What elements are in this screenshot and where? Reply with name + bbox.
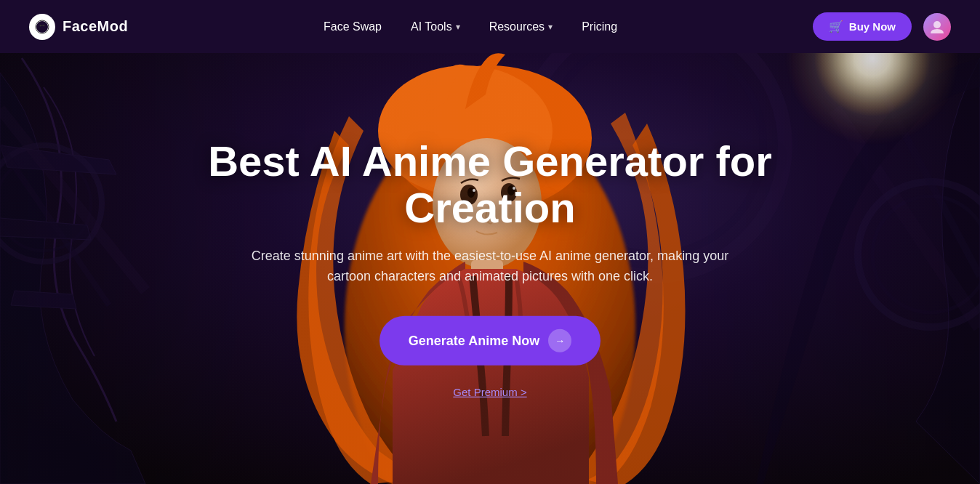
navbar-actions: 🛒 Buy Now [813,12,951,41]
resources-chevron: ▾ [548,22,553,32]
nav-resources[interactable]: Resources ▾ [489,20,553,33]
cart-icon: 🛒 [829,20,843,33]
svg-point-30 [44,25,45,26]
hero-subtitle: Create stunning anime art with the easie… [236,245,744,287]
nav-ai-tools[interactable]: AI Tools ▾ [411,20,460,33]
logo-icon[interactable] [29,14,55,40]
logo-text[interactable]: FaceMod [63,18,128,35]
user-avatar[interactable] [923,13,951,41]
buy-now-button[interactable]: 🛒 Buy Now [813,12,912,41]
navbar-nav: Face Swap AI Tools ▾ Resources ▾ Pricing [324,20,617,33]
svg-point-29 [40,25,41,26]
svg-point-31 [933,21,941,28]
hero-title: Best AI Anime Generator for Creation [163,138,817,231]
nav-face-swap[interactable]: Face Swap [324,20,382,33]
get-premium-link[interactable]: Get Premium > [453,386,526,398]
nav-pricing[interactable]: Pricing [582,20,617,33]
ai-tools-chevron: ▾ [456,22,460,32]
navbar-logo-group: FaceMod [29,14,128,40]
hero-content: Best AI Anime Generator for Creation Cre… [163,138,817,398]
navbar: FaceMod Face Swap AI Tools ▾ Resources ▾… [0,0,980,53]
hero-section: FaceMod Face Swap AI Tools ▾ Resources ▾… [0,0,980,484]
cta-arrow-icon: → [548,329,571,352]
generate-anime-button[interactable]: Generate Anime Now → [379,316,601,366]
